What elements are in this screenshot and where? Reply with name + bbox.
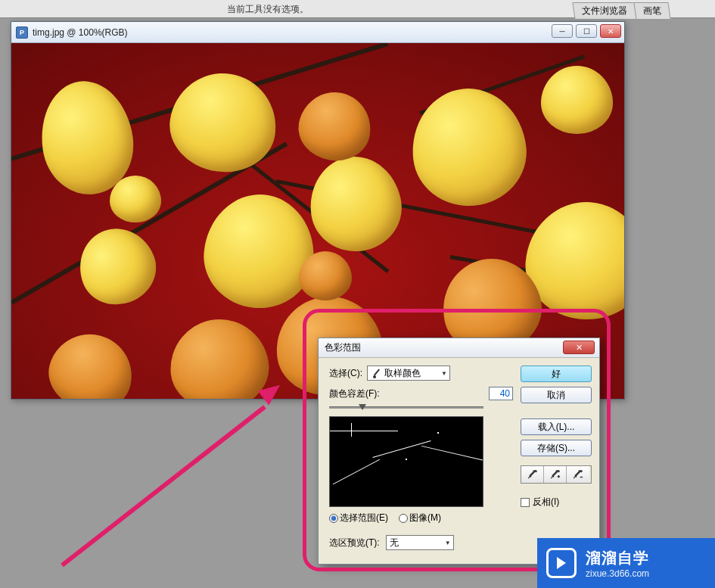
tab-brushes[interactable]: 画笔 xyxy=(633,2,670,20)
save-button[interactable]: 存储(S)... xyxy=(521,440,592,456)
eyedropper-tool-group xyxy=(521,465,592,484)
options-text: 当前工具没有选项。 xyxy=(227,3,309,16)
document-titlebar[interactable]: P timg.jpg @ 100%(RGB) ─ ☐ ✕ xyxy=(11,22,624,43)
color-range-dialog: 色彩范围 ✕ 选择(C): 取样颜色 颜色容差(F): xyxy=(318,338,600,565)
dialog-titlebar[interactable]: 色彩范围 ✕ xyxy=(319,338,599,358)
fuzziness-input[interactable] xyxy=(489,387,513,400)
ok-button[interactable]: 好 xyxy=(521,366,592,382)
watermark: 溜溜自学 zixue.3d66.com xyxy=(537,538,715,588)
fuzziness-slider[interactable] xyxy=(329,406,483,409)
eyedropper-icon[interactable] xyxy=(521,466,544,483)
radio-image[interactable]: 图像(M) xyxy=(399,512,441,524)
eyedropper-add-icon[interactable] xyxy=(544,466,567,483)
dialog-title: 色彩范围 xyxy=(325,341,361,354)
radio-selection[interactable]: 选择范围(E) xyxy=(329,512,388,524)
close-button[interactable]: ✕ xyxy=(600,24,621,38)
minimize-button[interactable]: ─ xyxy=(552,24,573,38)
selection-preview[interactable] xyxy=(329,416,483,507)
app-icon: P xyxy=(16,26,28,39)
load-button[interactable]: 载入(L)... xyxy=(521,418,592,435)
document-title: timg.jpg @ 100%(RGB) xyxy=(33,27,128,38)
preview-mode-dropdown[interactable]: 无 xyxy=(386,535,454,550)
eyedropper-icon xyxy=(371,368,381,378)
dialog-close-button[interactable]: ✕ xyxy=(563,341,595,354)
slider-thumb[interactable] xyxy=(359,404,366,410)
watermark-logo-icon xyxy=(546,548,577,578)
select-label: 选择(C): xyxy=(329,367,362,380)
maximize-button[interactable]: ☐ xyxy=(576,24,597,38)
watermark-brand: 溜溜自学 xyxy=(586,548,649,568)
invert-checkbox[interactable]: 反相(I) xyxy=(521,496,592,509)
tab-file-browser[interactable]: 文件浏览器 xyxy=(572,2,636,20)
panel-tabs: 文件浏览器 画笔 xyxy=(574,2,670,20)
watermark-domain: zixue.3d66.com xyxy=(586,568,649,579)
eyedropper-subtract-icon[interactable] xyxy=(567,466,589,483)
cancel-button[interactable]: 取消 xyxy=(521,387,592,403)
fuzziness-label: 颜色容差(F): xyxy=(329,387,489,400)
select-dropdown[interactable]: 取样颜色 xyxy=(367,366,450,381)
annotation-arrow xyxy=(62,371,297,568)
preview-mode-label: 选区预览(T): xyxy=(329,537,380,549)
